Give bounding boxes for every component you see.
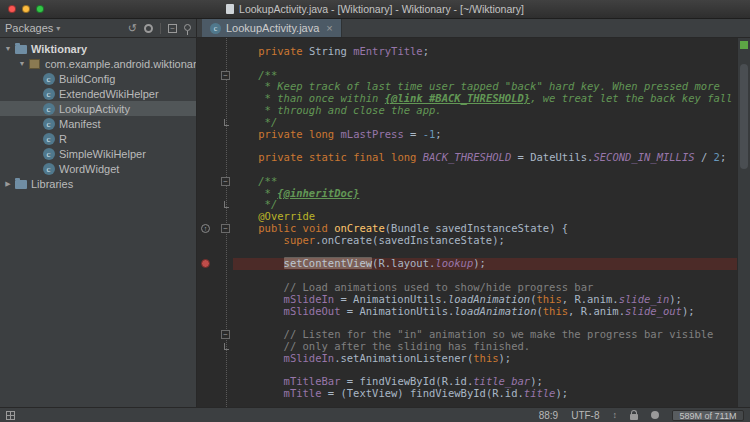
- memory-indicator[interactable]: 589M of 711M: [672, 410, 744, 421]
- fold-open-icon[interactable]: −: [221, 330, 230, 339]
- code-line[interactable]: [197, 164, 737, 176]
- scrollbar-thumb[interactable]: [740, 64, 748, 169]
- code-line[interactable]: mSlideOut = AnimationUtils.loadAnimation…: [197, 306, 737, 318]
- fold-open-icon[interactable]: −: [221, 177, 230, 186]
- tree-item-wordwidget[interactable]: cWordWidget: [0, 161, 196, 176]
- tree-item-com-example-android-wiktionary[interactable]: ▼com.example.android.wiktionary: [0, 56, 196, 71]
- tab-lookupactivity[interactable]: c LookupActivity.java ×: [202, 19, 342, 37]
- gutter[interactable]: [197, 388, 233, 400]
- traffic-lights: [8, 5, 44, 13]
- gutter[interactable]: −: [197, 70, 233, 82]
- gutter[interactable]: [197, 235, 233, 247]
- tree-item-label: ExtendedWikiHelper: [59, 88, 159, 100]
- chevron-expanded-icon[interactable]: ▼: [16, 60, 28, 67]
- hector-inspections-icon[interactable]: [651, 411, 659, 419]
- pin-icon[interactable]: [184, 24, 191, 31]
- code-text: * {@inheritDoc}: [233, 188, 737, 200]
- gutter[interactable]: [197, 164, 233, 176]
- class-icon: c: [210, 23, 221, 34]
- tree-item-buildconfig[interactable]: cBuildConfig: [0, 71, 196, 86]
- view-selector[interactable]: Packages ▾: [5, 22, 60, 34]
- tree-item-simplewikihelper[interactable]: cSimpleWikiHelper: [0, 146, 196, 161]
- encoding-widget[interactable]: UTF-8: [571, 410, 599, 421]
- code-line[interactable]: mSlideIn.setAnimationListener(this);: [197, 353, 737, 365]
- gutter[interactable]: [197, 105, 233, 117]
- gutter[interactable]: [197, 376, 233, 388]
- gutter[interactable]: [197, 46, 233, 58]
- gutter[interactable]: −: [197, 329, 233, 341]
- gutter[interactable]: [197, 199, 233, 211]
- lock-icon[interactable]: [630, 414, 638, 420]
- project-panel-toolbar: Packages ▾ ↺ −: [0, 19, 197, 38]
- tree-item-wiktionary[interactable]: ▼Wiktionary: [0, 41, 196, 56]
- code-line[interactable]: mTitle = (TextView) findViewById(R.id.ti…: [197, 388, 737, 400]
- gutter[interactable]: [197, 341, 233, 353]
- line-separator-icon[interactable]: ↕: [613, 410, 618, 420]
- gutter[interactable]: [197, 294, 233, 306]
- override-method-icon[interactable]: ↑: [201, 224, 210, 233]
- error-stripe[interactable]: [737, 38, 750, 407]
- fold-end-icon[interactable]: [224, 201, 229, 208]
- class-icon: c: [42, 148, 55, 160]
- tree-item-lookupactivity[interactable]: cLookupActivity: [0, 101, 196, 116]
- code-lines[interactable]: private String mEntryTitle;− /** * Keep …: [197, 38, 737, 407]
- caret-position-widget[interactable]: 88:9: [539, 410, 558, 421]
- code-line[interactable]: private long mLastPress = -1;: [197, 129, 737, 141]
- code-line[interactable]: * through and close the app.: [197, 105, 737, 117]
- code-line[interactable]: setContentView(R.layout.lookup);: [197, 258, 737, 270]
- collapse-all-icon[interactable]: −: [168, 24, 177, 33]
- zoom-window-button[interactable]: [36, 5, 44, 13]
- gutter[interactable]: [197, 152, 233, 164]
- minimize-window-button[interactable]: [22, 5, 30, 13]
- gutter[interactable]: [197, 140, 233, 152]
- breakpoint-icon[interactable]: [201, 259, 210, 268]
- gutter[interactable]: [197, 117, 233, 129]
- gutter[interactable]: [197, 317, 233, 329]
- editor: private String mEntryTitle;− /** * Keep …: [197, 38, 750, 407]
- class-icon: c: [42, 73, 55, 85]
- gutter[interactable]: [197, 188, 233, 200]
- chevron-expanded-icon[interactable]: ▼: [2, 45, 14, 52]
- gutter[interactable]: [197, 58, 233, 70]
- code-line[interactable]: private String mEntryTitle;: [197, 46, 737, 58]
- main-area: ▼Wiktionary▼com.example.android.wiktiona…: [0, 38, 750, 407]
- tree-item-libraries[interactable]: ▶Libraries: [0, 176, 196, 191]
- gutter[interactable]: [197, 306, 233, 318]
- gutter[interactable]: [197, 81, 233, 93]
- refresh-icon[interactable]: ↺: [128, 23, 137, 34]
- close-tab-icon[interactable]: ×: [326, 22, 332, 34]
- chevron-collapsed-icon[interactable]: ▶: [2, 180, 14, 188]
- code-text: mTitle = (TextView) findViewById(R.id.ti…: [233, 388, 737, 400]
- class-icon: c: [42, 163, 55, 175]
- tree-item-label: Manifest: [59, 118, 101, 130]
- gutter[interactable]: [197, 129, 233, 141]
- gutter[interactable]: ↑−: [197, 223, 233, 235]
- tree-item-r[interactable]: cR: [0, 131, 196, 146]
- fold-end-icon[interactable]: [224, 119, 229, 126]
- gutter[interactable]: [197, 282, 233, 294]
- gutter[interactable]: [197, 258, 233, 270]
- tree-item-label: Libraries: [31, 178, 73, 190]
- tree-item-label: com.example.android.wiktionary: [45, 58, 197, 70]
- tree-item-extendedwikihelper[interactable]: cExtendedWikiHelper: [0, 86, 196, 101]
- code-text: * through and close the app.: [233, 105, 737, 117]
- code-text: private String mEntryTitle;: [233, 46, 737, 58]
- gutter[interactable]: [197, 211, 233, 223]
- code-line[interactable]: [197, 58, 737, 70]
- code-line[interactable]: super.onCreate(savedInstanceState);: [197, 235, 737, 247]
- fold-open-icon[interactable]: −: [221, 71, 230, 80]
- gutter[interactable]: [197, 353, 233, 365]
- gutter[interactable]: [197, 247, 233, 259]
- gutter[interactable]: [197, 365, 233, 377]
- tree-item-manifest[interactable]: cManifest: [0, 116, 196, 131]
- code-line[interactable]: private static final long BACK_THRESHOLD…: [197, 152, 737, 164]
- fold-open-icon[interactable]: −: [221, 224, 230, 233]
- close-window-button[interactable]: [8, 5, 16, 13]
- toolwindow-switcher-icon[interactable]: [6, 411, 15, 420]
- code-line[interactable]: * {@inheritDoc}: [197, 188, 737, 200]
- fold-end-icon[interactable]: [224, 343, 229, 350]
- gear-icon[interactable]: [144, 24, 153, 33]
- gutter[interactable]: [197, 270, 233, 282]
- gutter[interactable]: −: [197, 176, 233, 188]
- gutter[interactable]: [197, 93, 233, 105]
